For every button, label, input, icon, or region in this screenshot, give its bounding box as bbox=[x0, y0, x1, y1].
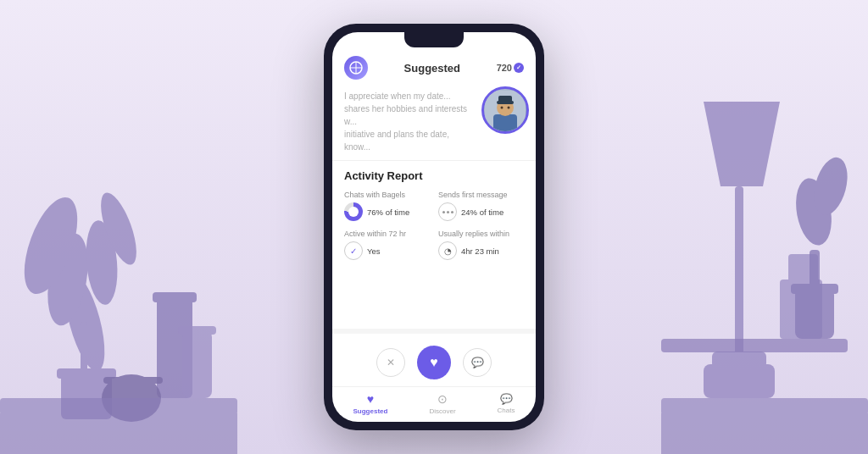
svg-rect-24 bbox=[795, 288, 834, 339]
nav-suggested[interactable]: ♥ Suggested bbox=[353, 392, 388, 415]
profile-text-line2: shares her hobbies and interests w... bbox=[344, 102, 477, 128]
svg-rect-29 bbox=[661, 413, 868, 454]
profile-preview: I appreciate when my date... shares her … bbox=[332, 85, 536, 161]
app-logo bbox=[344, 56, 368, 80]
profile-text-line1: I appreciate when my date... bbox=[344, 90, 477, 102]
stat-text-reply: 4hr 23 min bbox=[461, 246, 499, 256]
phone-screen: Suggested 720 ✓ I appreciate when my dat… bbox=[332, 32, 536, 422]
svg-rect-17 bbox=[704, 364, 775, 398]
badge-count: 720 bbox=[497, 63, 512, 73]
action-bar: ✕ ♥ 💬 bbox=[332, 337, 536, 386]
phone-mockup: Suggested 720 ✓ I appreciate when my dat… bbox=[324, 24, 544, 430]
chat-icon: 💬 bbox=[471, 357, 484, 368]
stat-label-reply: Usually replies within bbox=[438, 230, 524, 238]
clock-icon: ◔ bbox=[438, 241, 457, 260]
phone-notch bbox=[404, 32, 464, 47]
stats-grid: Chats with Bagels 76% of time Sends firs… bbox=[344, 191, 524, 260]
svg-rect-12 bbox=[182, 330, 212, 398]
header-badge: 720 ✓ bbox=[497, 63, 524, 73]
three-dots bbox=[442, 211, 453, 213]
svg-rect-25 bbox=[791, 284, 838, 294]
stat-label-sends: Sends first message bbox=[438, 191, 524, 199]
nav-label-suggested: Suggested bbox=[353, 407, 388, 415]
stat-text-active: Yes bbox=[367, 246, 381, 256]
svg-rect-37 bbox=[498, 96, 512, 104]
stat-text-chats: 76% of time bbox=[367, 208, 409, 217]
profile-text-line3: initiative and plans the date, know... bbox=[344, 128, 477, 153]
activity-report-title: Activity Report bbox=[344, 169, 524, 182]
stat-text-sends: 24% of time bbox=[461, 208, 504, 217]
stat-sends-first: Sends first message 24% of time bbox=[438, 191, 524, 221]
svg-rect-28 bbox=[661, 398, 868, 415]
stat-value-row-reply: ◔ 4hr 23 min bbox=[438, 241, 524, 260]
svg-rect-11 bbox=[103, 377, 163, 384]
like-button[interactable]: ♥ bbox=[417, 346, 451, 379]
stat-label-active: Active within 72 hr bbox=[344, 230, 430, 238]
phone-body: Suggested 720 ✓ I appreciate when my dat… bbox=[324, 24, 544, 430]
stat-reply-time: Usually replies within ◔ 4hr 23 min bbox=[438, 230, 524, 260]
chat-button[interactable]: 💬 bbox=[463, 348, 492, 377]
pie-chart-icon bbox=[344, 202, 363, 221]
nav-discover[interactable]: ⊙ Discover bbox=[429, 392, 455, 415]
stat-value-row-active: ✓ Yes bbox=[344, 241, 430, 260]
section-divider bbox=[332, 329, 536, 334]
screen-content: Suggested 720 ✓ I appreciate when my dat… bbox=[332, 32, 536, 422]
checkmark-icon: ✓ bbox=[344, 241, 363, 260]
stat-value-row-sends: 24% of time bbox=[438, 202, 524, 221]
nav-label-chats: Chats bbox=[498, 407, 515, 414]
close-icon: ✕ bbox=[387, 357, 395, 368]
svg-rect-34 bbox=[493, 114, 517, 131]
svg-point-39 bbox=[508, 107, 510, 109]
svg-rect-27 bbox=[0, 413, 237, 454]
svg-marker-14 bbox=[704, 102, 780, 186]
heart-icon: ♥ bbox=[430, 355, 438, 370]
app-header: Suggested 720 ✓ bbox=[332, 51, 536, 85]
discover-nav-icon: ⊙ bbox=[437, 392, 448, 406]
activity-report-section: Activity Report Chats with Bagels 76% of… bbox=[332, 161, 536, 325]
stat-chats-bagels: Chats with Bagels 76% of time bbox=[344, 191, 430, 221]
nav-label-discover: Discover bbox=[429, 407, 455, 415]
svg-rect-18 bbox=[661, 339, 848, 352]
svg-point-38 bbox=[501, 107, 504, 109]
stat-active: Active within 72 hr ✓ Yes bbox=[344, 230, 430, 260]
bottom-nav: ♥ Suggested ⊙ Discover 💬 Chats bbox=[332, 386, 536, 422]
chats-nav-icon: 💬 bbox=[500, 393, 513, 405]
pass-button[interactable]: ✕ bbox=[376, 348, 405, 377]
svg-rect-26 bbox=[0, 398, 237, 415]
message-dots-icon bbox=[438, 202, 457, 221]
svg-rect-9 bbox=[153, 292, 197, 302]
header-title: Suggested bbox=[404, 62, 460, 75]
suggested-nav-icon: ♥ bbox=[367, 392, 374, 406]
avatar bbox=[481, 86, 529, 134]
stat-value-row-chats: 76% of time bbox=[344, 202, 430, 221]
verified-icon: ✓ bbox=[514, 63, 524, 73]
stat-label-chats: Chats with Bagels bbox=[344, 191, 430, 199]
svg-rect-15 bbox=[735, 186, 743, 356]
nav-chats[interactable]: 💬 Chats bbox=[498, 393, 515, 414]
svg-rect-13 bbox=[178, 326, 216, 335]
